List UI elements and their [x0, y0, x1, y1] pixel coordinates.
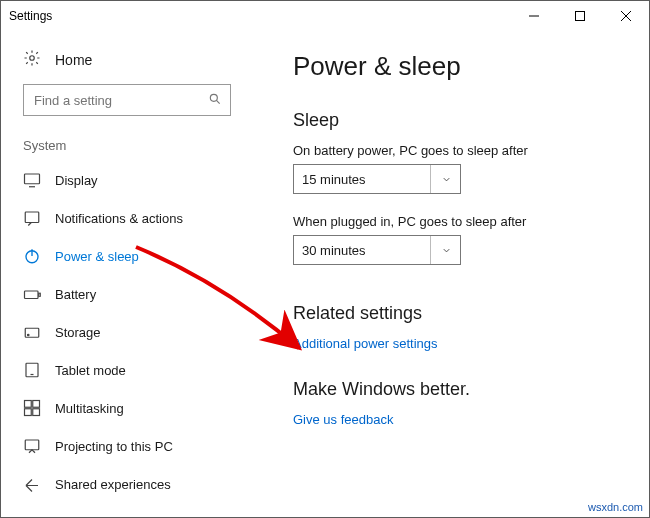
sidebar-item-multitasking[interactable]: Multitasking [1, 389, 253, 427]
sidebar-item-label: Battery [55, 287, 96, 302]
page-title: Power & sleep [293, 51, 629, 82]
sidebar-item-display[interactable]: Display [1, 161, 253, 199]
storage-icon [23, 323, 41, 341]
svg-rect-20 [25, 409, 32, 416]
content-area: Home System Display [1, 31, 649, 517]
multitasking-icon [23, 399, 41, 417]
sidebar-item-power[interactable]: Power & sleep [1, 237, 253, 275]
section-better: Make Windows better. [293, 379, 629, 400]
svg-rect-1 [576, 12, 585, 21]
projecting-icon [23, 437, 41, 455]
sidebar-item-label: Tablet mode [55, 363, 126, 378]
sidebar-item-shared[interactable]: Shared experiences [1, 465, 253, 503]
svg-line-6 [216, 100, 219, 103]
titlebar: Settings [1, 1, 649, 31]
svg-point-5 [210, 94, 217, 101]
svg-rect-22 [25, 440, 39, 450]
maximize-button[interactable] [557, 1, 603, 31]
additional-power-settings-link[interactable]: Additional power settings [293, 336, 438, 351]
notifications-icon [23, 209, 41, 227]
sidebar-item-storage[interactable]: Storage [1, 313, 253, 351]
power-icon [23, 247, 41, 265]
sidebar-item-label: Notifications & actions [55, 211, 183, 226]
svg-rect-18 [25, 401, 32, 408]
feedback-link[interactable]: Give us feedback [293, 412, 393, 427]
search-icon [208, 92, 222, 109]
battery-sleep-label: On battery power, PC goes to sleep after [293, 143, 629, 158]
plugged-sleep-select[interactable]: 30 minutes [293, 235, 461, 265]
search-box[interactable] [23, 84, 231, 116]
sidebar-item-tablet[interactable]: Tablet mode [1, 351, 253, 389]
home-button[interactable]: Home [1, 41, 253, 84]
sidebar: Home System Display [1, 31, 253, 517]
plugged-sleep-label: When plugged in, PC goes to sleep after [293, 214, 629, 229]
sidebar-item-label: Power & sleep [55, 249, 139, 264]
battery-sleep-select[interactable]: 15 minutes [293, 164, 461, 194]
plugged-sleep-value: 30 minutes [302, 243, 366, 258]
gear-icon [23, 49, 41, 70]
svg-point-4 [30, 56, 35, 61]
svg-rect-12 [25, 291, 39, 299]
watermark: wsxdn.com [588, 501, 643, 513]
sidebar-item-label: Multitasking [55, 401, 124, 416]
window-title: Settings [9, 9, 52, 23]
battery-sleep-value: 15 minutes [302, 172, 366, 187]
search-input[interactable] [32, 92, 208, 109]
sidebar-item-label: Display [55, 173, 98, 188]
sidebar-item-battery[interactable]: Battery [1, 275, 253, 313]
sidebar-item-label: Storage [55, 325, 101, 340]
main-panel: Power & sleep Sleep On battery power, PC… [253, 31, 649, 517]
settings-window: Settings Home [0, 0, 650, 518]
sidebar-item-notifications[interactable]: Notifications & actions [1, 199, 253, 237]
svg-rect-7 [25, 174, 40, 184]
chevron-down-icon [430, 236, 452, 264]
sidebar-item-label: Projecting to this PC [55, 439, 173, 454]
sidebar-item-label: Shared experiences [55, 477, 171, 492]
group-label-system: System [1, 138, 253, 161]
display-icon [23, 171, 41, 189]
svg-rect-19 [33, 401, 40, 408]
chevron-down-icon [430, 165, 452, 193]
window-controls [511, 1, 649, 31]
tablet-icon [23, 361, 41, 379]
sidebar-item-projecting[interactable]: Projecting to this PC [1, 427, 253, 465]
battery-icon [23, 285, 41, 303]
home-label: Home [55, 52, 92, 68]
svg-rect-21 [33, 409, 40, 416]
shared-icon [23, 475, 41, 493]
close-button[interactable] [603, 1, 649, 31]
nav-list: Display Notifications & actions Power & … [1, 161, 253, 503]
section-sleep: Sleep [293, 110, 629, 131]
svg-rect-9 [25, 212, 39, 223]
minimize-button[interactable] [511, 1, 557, 31]
svg-point-15 [28, 334, 30, 336]
svg-rect-13 [39, 293, 41, 296]
section-related: Related settings [293, 303, 629, 324]
